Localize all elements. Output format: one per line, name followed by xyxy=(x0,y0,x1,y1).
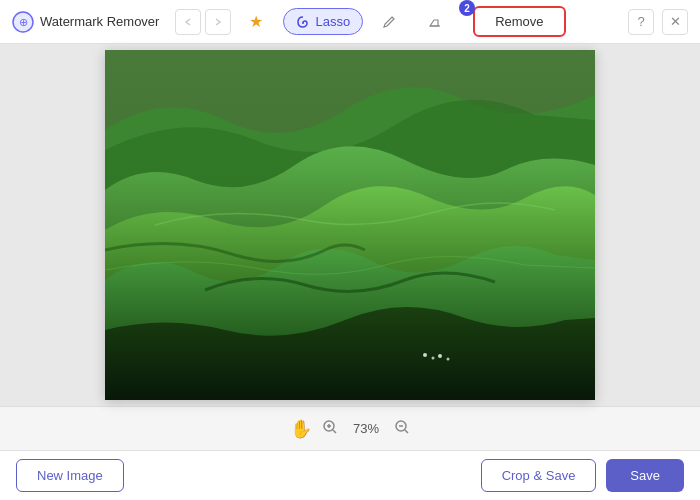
svg-line-14 xyxy=(405,430,408,433)
eraser-icon xyxy=(428,15,442,29)
lasso-icon xyxy=(296,15,310,29)
brush-tool-button[interactable] xyxy=(369,9,409,35)
image-container xyxy=(105,50,595,400)
title-bar: ⊕ Watermark Remover ★ Lasso xyxy=(0,0,700,44)
zoom-control: ✋ 73% xyxy=(290,418,410,440)
crop-save-button[interactable]: Crop & Save xyxy=(481,459,597,492)
footer-left: New Image xyxy=(16,459,124,492)
window-controls: ? ✕ xyxy=(628,9,688,35)
svg-point-6 xyxy=(432,357,435,360)
svg-point-2 xyxy=(302,22,304,24)
zoom-out-icon[interactable] xyxy=(394,419,410,439)
terrain-svg xyxy=(105,50,595,400)
app-logo-icon: ⊕ xyxy=(12,11,34,33)
footer: New Image Crop & Save Save xyxy=(0,450,700,500)
app-logo: ⊕ Watermark Remover xyxy=(12,11,159,33)
main-content xyxy=(0,44,700,406)
svg-line-10 xyxy=(333,430,336,433)
zoom-in-icon[interactable] xyxy=(322,419,338,439)
back-button[interactable] xyxy=(175,9,201,35)
hand-icon[interactable]: ✋ xyxy=(290,418,312,440)
zoom-level: 73% xyxy=(348,421,384,436)
remove-button[interactable]: Remove xyxy=(473,6,565,37)
save-button[interactable]: Save xyxy=(606,459,684,492)
app-title: Watermark Remover xyxy=(40,14,159,29)
brush-icon xyxy=(382,15,396,29)
nav-buttons xyxy=(175,9,231,35)
toolbar-tools: Lasso xyxy=(283,8,455,35)
footer-right: Crop & Save Save xyxy=(481,459,684,492)
main-image xyxy=(105,50,595,400)
svg-point-5 xyxy=(423,353,427,357)
new-image-button[interactable]: New Image xyxy=(16,459,124,492)
lasso-tool-button[interactable]: Lasso xyxy=(283,8,363,35)
eraser-tool-button[interactable] xyxy=(415,9,455,35)
svg-point-7 xyxy=(438,354,442,358)
badge-container: 2 Remove xyxy=(465,6,565,37)
help-button[interactable]: ? xyxy=(628,9,654,35)
forward-button[interactable] xyxy=(205,9,231,35)
svg-point-8 xyxy=(447,358,450,361)
lasso-label: Lasso xyxy=(315,14,350,29)
status-bar: ✋ 73% xyxy=(0,406,700,450)
close-button[interactable]: ✕ xyxy=(662,9,688,35)
star-button[interactable]: ★ xyxy=(243,9,269,35)
svg-text:⊕: ⊕ xyxy=(19,16,28,28)
